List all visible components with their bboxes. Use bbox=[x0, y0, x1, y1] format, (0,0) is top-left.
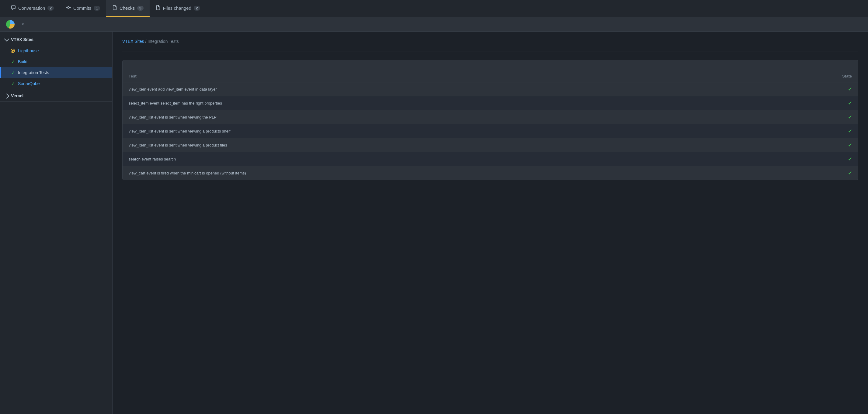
tab-bar: Conversation 2 Commits 1 Checks 5 Files … bbox=[0, 0, 868, 17]
check-mark-4: ✓ bbox=[848, 142, 852, 148]
table-row: search event raises search ✓ bbox=[123, 152, 858, 166]
col-test: Test bbox=[123, 70, 828, 83]
test-table: Test State view_item event add view_item… bbox=[123, 70, 858, 180]
conversation-tab-icon bbox=[11, 5, 16, 11]
sidebar-group-label-vercel: Vercel bbox=[11, 93, 23, 98]
conversation-tab-label: Conversation bbox=[18, 5, 45, 11]
test-name-0: view_item event add view_item event in d… bbox=[123, 83, 828, 96]
check-mark-6: ✓ bbox=[848, 170, 852, 176]
tab-commits[interactable]: Commits 1 bbox=[60, 0, 106, 17]
table-row: view_item_list event is sent when viewin… bbox=[123, 124, 858, 138]
check-mark-5: ✓ bbox=[848, 157, 852, 162]
checks-tab-icon bbox=[112, 5, 117, 11]
sidebar-item-lighthouse[interactable]: Lighthouse bbox=[0, 45, 112, 56]
status-success-build: ✓ bbox=[11, 60, 15, 64]
conversation-tab-badge: 2 bbox=[48, 6, 54, 11]
check-mark-1: ✓ bbox=[848, 101, 852, 106]
sidebar-group-header-vercel[interactable]: Vercel bbox=[0, 90, 112, 101]
test-state-3: ✓ bbox=[828, 124, 858, 138]
sidebar-item-integration-tests[interactable]: ✓ Integration Tests bbox=[0, 67, 112, 78]
test-name-1: select_item event select_item has the ri… bbox=[123, 96, 828, 110]
breadcrumb-site[interactable]: VTEX Sites bbox=[122, 39, 144, 44]
status-success-integration-tests: ✓ bbox=[11, 70, 15, 75]
main-layout: VTEX Sites Lighthouse ✓ Build ✓ Integrat… bbox=[0, 32, 868, 414]
tab-files-changed[interactable]: Files changed 2 bbox=[150, 0, 206, 17]
sidebar-item-label-lighthouse: Lighthouse bbox=[18, 48, 39, 53]
sidebar-group-vercel: Vercel bbox=[0, 90, 112, 101]
sidebar-group-vtex-sites: VTEX Sites Lighthouse ✓ Build ✓ Integrat… bbox=[0, 34, 112, 89]
test-state-1: ✓ bbox=[828, 96, 858, 110]
sidebar-item-label-build: Build bbox=[18, 59, 27, 64]
content-area: VTEX Sites / Integration Tests Test Stat… bbox=[113, 32, 868, 414]
checks-tab-label: Checks bbox=[120, 5, 135, 11]
test-table-body: view_item event add view_item event in d… bbox=[123, 83, 858, 180]
check-mark-0: ✓ bbox=[848, 87, 852, 92]
test-state-4: ✓ bbox=[828, 138, 858, 152]
status-pending-lighthouse bbox=[11, 49, 15, 53]
checks-tab-badge: 5 bbox=[137, 6, 144, 11]
table-row: view_item event add view_item event in d… bbox=[123, 83, 858, 96]
sidebar-item-build[interactable]: ✓ Build bbox=[0, 56, 112, 67]
breadcrumb-separator: / bbox=[144, 39, 148, 44]
table-row: view_cart event is fired when the minica… bbox=[123, 166, 858, 180]
test-name-5: search event raises search bbox=[123, 152, 828, 166]
sidebar-group-header-vtex-sites[interactable]: VTEX Sites bbox=[0, 34, 112, 45]
sidebar-item-label-sonarqube: SonarQube bbox=[18, 81, 40, 86]
test-name-6: view_cart event is fired when the minica… bbox=[123, 166, 828, 180]
table-row: select_item event select_item has the ri… bbox=[123, 96, 858, 110]
commits-tab-icon bbox=[66, 5, 71, 11]
check-mark-3: ✓ bbox=[848, 129, 852, 134]
col-state: State bbox=[828, 70, 858, 83]
chevron-vtex-sites-icon bbox=[4, 36, 9, 42]
chevron-vercel-icon bbox=[4, 94, 9, 99]
repo-logo bbox=[6, 20, 14, 29]
tab-checks[interactable]: Checks 5 bbox=[106, 0, 150, 17]
files-changed-tab-icon bbox=[156, 5, 161, 11]
sidebar-item-sonarqube[interactable]: ✓ SonarQube bbox=[0, 78, 112, 89]
table-row: view_item_list event is sent when viewin… bbox=[123, 138, 858, 152]
test-state-0: ✓ bbox=[828, 83, 858, 96]
sidebar-group-label-vtex-sites: VTEX Sites bbox=[11, 37, 33, 42]
test-name-2: view_item_list event is sent when viewin… bbox=[123, 110, 828, 124]
commits-tab-badge: 1 bbox=[94, 6, 100, 11]
details-box: Test State view_item event add view_item… bbox=[122, 60, 858, 180]
table-header-row: Test State bbox=[123, 70, 858, 83]
chevron-down-icon: ▾ bbox=[22, 22, 24, 27]
test-state-6: ✓ bbox=[828, 166, 858, 180]
test-state-5: ✓ bbox=[828, 152, 858, 166]
sub-header: ▾ bbox=[0, 17, 868, 32]
commit-ref[interactable]: ▾ bbox=[21, 22, 24, 27]
sidebar-item-label-integration-tests: Integration Tests bbox=[18, 70, 49, 75]
test-name-4: view_item_list event is sent when viewin… bbox=[123, 138, 828, 152]
check-mark-2: ✓ bbox=[848, 115, 852, 120]
test-state-2: ✓ bbox=[828, 110, 858, 124]
breadcrumb-page: Integration Tests bbox=[148, 39, 179, 44]
test-name-3: view_item_list event is sent when viewin… bbox=[123, 124, 828, 138]
status-success-sonarqube: ✓ bbox=[11, 82, 15, 86]
tab-conversation[interactable]: Conversation 2 bbox=[5, 0, 60, 17]
commits-tab-label: Commits bbox=[73, 5, 91, 11]
breadcrumb: VTEX Sites / Integration Tests bbox=[122, 39, 858, 44]
files-changed-tab-badge: 2 bbox=[194, 6, 200, 11]
table-row: view_item_list event is sent when viewin… bbox=[123, 110, 858, 124]
all-passed-message bbox=[123, 60, 858, 70]
sidebar: VTEX Sites Lighthouse ✓ Build ✓ Integrat… bbox=[0, 32, 113, 414]
files-changed-tab-label: Files changed bbox=[163, 5, 191, 11]
